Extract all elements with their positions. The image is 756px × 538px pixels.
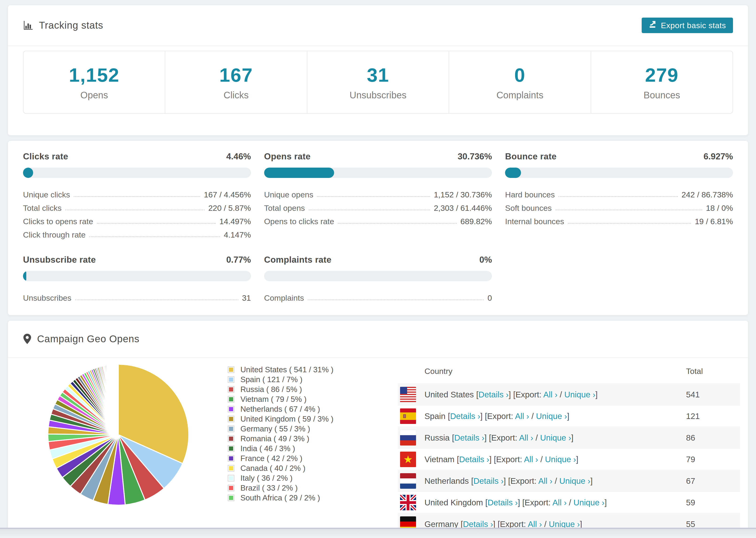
rate-row: Soft bounces18 / 0% <box>505 199 733 213</box>
pie-slice[interactable] <box>118 364 118 435</box>
legend-item[interactable]: Spain ( 121 / 7% ) <box>228 375 398 385</box>
legend-swatch <box>228 465 234 471</box>
export-icon <box>649 20 657 30</box>
rate-row-label: Clicks to opens rate <box>23 217 93 226</box>
rate-header: Unsubscribe rate0.77% <box>23 255 251 265</box>
legend-item[interactable]: South Africa ( 29 / 2% ) <box>228 493 398 503</box>
legend-swatch <box>228 495 234 501</box>
legend-item[interactable]: Brazil ( 33 / 2% ) <box>228 483 398 493</box>
legend-label: Italy ( 36 / 2% ) <box>241 474 293 483</box>
geo-section-title: Campaign Geo Opens <box>37 333 139 345</box>
export-basic-stats-button[interactable]: Export basic stats <box>642 18 733 33</box>
rate-title: Opens rate <box>264 152 311 161</box>
country-name: Spain <box>424 411 446 421</box>
rate-row: Clicks to opens rate14.497% <box>23 213 251 226</box>
legend-item[interactable]: Russia ( 86 / 5% ) <box>228 385 398 394</box>
rate-row-value: 220 / 5.87% <box>208 203 251 213</box>
legend-item[interactable]: Italy ( 36 / 2% ) <box>228 473 398 483</box>
legend-swatch <box>228 376 234 383</box>
details-link[interactable]: Details › <box>463 519 493 528</box>
stat-value: 167 <box>219 64 253 86</box>
progress-bar <box>23 271 251 281</box>
stat-card: 1,152Opens <box>24 51 165 113</box>
summary-stats-row: 1,152Opens167Clicks31Unsubscribes0Compla… <box>23 51 733 114</box>
rate-row-value: 18 / 0% <box>706 203 733 213</box>
export-unique-link[interactable]: Unique › <box>559 476 590 485</box>
rate-row-label: Unique clicks <box>23 190 70 199</box>
legend-swatch <box>228 475 234 481</box>
rate-row-label: Total opens <box>264 203 305 213</box>
export-unique-link[interactable]: Unique › <box>545 455 576 464</box>
details-link[interactable]: Details › <box>450 411 480 421</box>
column-header-total: Total <box>686 367 740 376</box>
details-link[interactable]: Details › <box>459 455 489 464</box>
progress-fill <box>505 168 521 178</box>
legend-item[interactable]: Netherlands ( 67 / 4% ) <box>228 404 398 414</box>
legend-label: Russia ( 86 / 5% ) <box>241 385 302 394</box>
export-unique-link[interactable]: Unique › <box>540 433 571 442</box>
export-all-link[interactable]: All › <box>528 519 542 528</box>
legend-item[interactable]: Germany ( 55 / 3% ) <box>228 424 398 434</box>
details-link[interactable]: Details › <box>488 498 518 507</box>
export-all-link[interactable]: All › <box>553 498 567 507</box>
legend-swatch <box>228 455 234 462</box>
country-name: Russia <box>424 433 450 443</box>
legend-item[interactable]: Canada ( 40 / 2% ) <box>228 463 398 473</box>
dotted-leader <box>317 196 430 197</box>
dotted-leader <box>65 210 204 210</box>
tracking-stats-card: Tracking stats Export basic stats 1,152O… <box>8 5 748 136</box>
export-unique-link[interactable]: Unique › <box>565 390 595 399</box>
export-all-link[interactable]: All › <box>515 411 529 421</box>
country-links: [Details ›] [Export: All › / Unique ›] <box>460 519 582 528</box>
rate-row-label: Unsubscribes <box>23 294 71 302</box>
rate-row: Hard bounces242 / 86.738% <box>505 186 733 199</box>
geo-table-header: Country Total <box>398 359 740 384</box>
stat-card: 0Complaints <box>449 51 591 113</box>
details-link[interactable]: Details › <box>454 433 484 442</box>
legend-label: Vietnam ( 79 / 5% ) <box>241 395 307 404</box>
export-unique-link[interactable]: Unique › <box>549 519 580 528</box>
details-link[interactable]: Details › <box>473 476 503 485</box>
legend-swatch <box>228 435 234 442</box>
flag-ru-icon <box>400 430 416 446</box>
flag-de-icon <box>400 516 416 528</box>
export-all-link[interactable]: All › <box>543 390 557 399</box>
stat-card: 167Clicks <box>165 51 307 113</box>
rate-row-label: Total clicks <box>23 203 62 213</box>
rate-value: 4.46% <box>226 152 251 161</box>
rate-row-label: Opens to clicks rate <box>264 217 334 226</box>
rate-row-value: 19 / 6.81% <box>695 217 733 226</box>
legend-item[interactable]: Romania ( 49 / 3% ) <box>228 434 398 444</box>
legend-item[interactable]: United Kingdom ( 59 / 3% ) <box>228 414 398 424</box>
stat-label: Bounces <box>644 90 680 100</box>
country-total: 79 <box>686 455 740 464</box>
geo-legend: United States ( 541 / 31% )Spain ( 121 /… <box>228 359 398 528</box>
legend-item[interactable]: Vietnam ( 79 / 5% ) <box>228 394 398 404</box>
table-row: Germany[Details ›] [Export: All › / Uniq… <box>398 513 740 528</box>
legend-swatch <box>228 416 234 422</box>
rate-row-label: Hard bounces <box>505 190 555 199</box>
stat-value: 31 <box>367 64 389 86</box>
tracking-stats-header: Tracking stats Export basic stats <box>8 5 748 46</box>
export-all-link[interactable]: All › <box>519 433 533 442</box>
rate-rows: Unsubscribes31 <box>23 289 251 302</box>
legend-item[interactable]: United States ( 541 / 31% ) <box>228 365 398 375</box>
export-all-link[interactable]: All › <box>538 476 553 485</box>
country-total: 86 <box>686 433 740 443</box>
stat-label: Unsubscribes <box>350 90 406 100</box>
stat-value: 0 <box>514 64 526 86</box>
column-header-country: Country <box>424 367 453 376</box>
details-link[interactable]: Details › <box>478 390 509 399</box>
table-row: Vietnam[Details ›] [Export: All › / Uniq… <box>398 448 740 470</box>
legend-item[interactable]: France ( 42 / 2% ) <box>228 454 398 463</box>
export-unique-link[interactable]: Unique › <box>573 498 604 507</box>
rate-header: Complaints rate0% <box>264 255 492 265</box>
country-name: Vietnam <box>424 455 455 464</box>
export-all-link[interactable]: All › <box>524 455 538 464</box>
rate-row: Internal bounces19 / 6.81% <box>505 213 733 226</box>
rate-row: Unique clicks167 / 4.456% <box>23 186 251 199</box>
table-row: United Kingdom[Details ›] [Export: All ›… <box>398 492 740 513</box>
export-unique-link[interactable]: Unique › <box>536 411 567 421</box>
geo-title-group: Campaign Geo Opens <box>23 333 139 345</box>
legend-item[interactable]: India ( 46 / 3% ) <box>228 444 398 454</box>
